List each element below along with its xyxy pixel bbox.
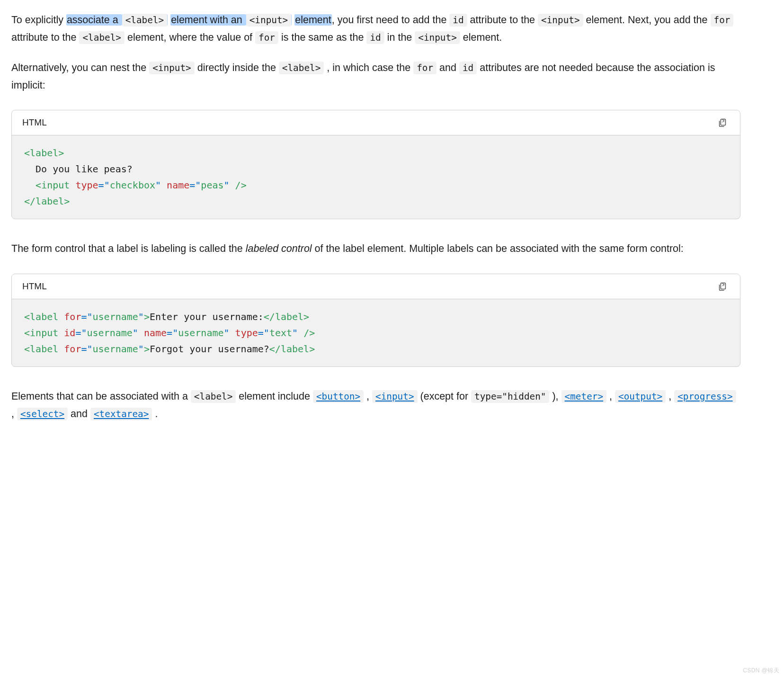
code-type-hidden: type="hidden"	[471, 390, 549, 403]
text: ,	[606, 391, 615, 402]
tok: "	[104, 179, 110, 191]
copy-button[interactable]	[715, 279, 730, 294]
tok: =	[258, 327, 264, 339]
code-language-label: HTML	[22, 115, 47, 130]
text: , you first need to add the	[332, 14, 450, 26]
code-body: <label> Do you like peas? <input type="c…	[12, 135, 740, 219]
tok: =	[189, 179, 195, 191]
text: ,	[666, 391, 674, 402]
code-example-1: HTML <label> Do you like peas? <input ty…	[11, 110, 740, 219]
code-id: id	[366, 31, 384, 44]
code-id: id	[459, 62, 477, 74]
tok: "	[138, 311, 144, 322]
text: ,	[364, 391, 372, 402]
tok: label	[275, 311, 303, 322]
code-label: <label>	[191, 390, 236, 403]
link-input-element[interactable]: <input>	[372, 391, 418, 402]
code-label: <label>	[279, 62, 324, 74]
highlighted-code: <label>	[122, 14, 168, 26]
tok: username	[87, 327, 133, 339]
code-header: HTML	[12, 274, 740, 299]
code-textarea: <textarea>	[90, 408, 152, 420]
link-progress-element[interactable]: <progress>	[674, 391, 736, 402]
code-language-label: HTML	[22, 279, 47, 294]
text: (except for	[418, 391, 472, 402]
text: of the label element. Multiple labels ca…	[312, 243, 684, 254]
paragraph-4: Elements that can be associated with a <…	[11, 388, 740, 422]
tok	[230, 327, 235, 339]
tok: "	[155, 179, 161, 191]
tok: label	[30, 311, 58, 322]
tok: />	[298, 327, 315, 339]
paragraph-3: The form control that a label is labelin…	[11, 240, 740, 258]
link-meter-element[interactable]: <meter>	[561, 391, 607, 402]
highlighted-code: <input>	[246, 14, 292, 26]
tok: </	[269, 343, 281, 355]
tok: <	[36, 179, 41, 191]
tok: input	[30, 327, 58, 339]
tok: for	[64, 343, 81, 355]
tok: Do you like peas?	[24, 163, 133, 175]
code-input: <input>	[246, 14, 292, 27]
code-body: <label for="username">Enter your usernam…	[12, 299, 740, 366]
tok: "	[172, 327, 178, 339]
clipboard-icon	[717, 281, 728, 292]
text: The form control that a label is labelin…	[11, 243, 246, 254]
copy-button[interactable]	[715, 116, 730, 130]
code-header: HTML	[12, 110, 740, 135]
tok: </	[24, 196, 36, 207]
text: is the same as the	[278, 32, 366, 43]
tok: peas	[201, 179, 223, 191]
tok: "	[87, 343, 92, 355]
tok: input	[41, 179, 70, 191]
tok	[24, 179, 36, 191]
text: element include	[236, 391, 313, 402]
code-example-2: HTML <label for="username">Enter your us…	[11, 274, 740, 367]
tok: checkbox	[110, 179, 155, 191]
tok: >	[303, 311, 309, 322]
link-textarea-element[interactable]: <textarea>	[90, 408, 152, 419]
text: element.	[460, 32, 502, 43]
highlighted-text: associate a	[66, 14, 122, 26]
tok: "	[195, 179, 201, 191]
paragraph-2: Alternatively, you can nest the <input> …	[11, 59, 740, 94]
code-for: for	[711, 14, 734, 27]
text: Alternatively, you can nest the	[11, 62, 149, 73]
clipboard-icon	[717, 117, 728, 128]
tok: =	[167, 327, 172, 339]
tok: =	[81, 343, 87, 355]
tok: >	[64, 196, 70, 207]
text: Elements that can be associated with a	[11, 391, 191, 402]
text: in the	[384, 32, 415, 43]
text: ),	[549, 391, 561, 402]
tok	[58, 343, 64, 355]
tok: "	[133, 327, 138, 339]
code-for: for	[413, 62, 437, 74]
article-body: To explicitly associate a <label> elemen…	[11, 11, 740, 422]
code-for: for	[255, 31, 278, 44]
tok: <	[24, 327, 30, 339]
code-id: id	[449, 14, 467, 27]
tok	[161, 179, 167, 191]
text: element. Next, you add the	[583, 14, 711, 26]
tok: username	[178, 327, 223, 339]
term-labeled-control: labeled control	[246, 243, 312, 254]
highlighted-text: element with an	[170, 14, 246, 26]
text: .	[152, 408, 158, 419]
code-meter: <meter>	[561, 390, 607, 403]
tok: username	[93, 343, 138, 355]
link-select-element[interactable]: <select>	[17, 408, 68, 419]
text: attribute to the	[11, 32, 79, 43]
link-button-element[interactable]: <button>	[313, 391, 364, 402]
tok: name	[167, 179, 189, 191]
tok: "	[264, 327, 269, 339]
tok	[138, 327, 144, 339]
tok: <	[24, 311, 30, 322]
tok: id	[64, 327, 75, 339]
code-input: <input>	[538, 14, 583, 27]
tok: >	[309, 343, 315, 355]
tok: <	[24, 147, 30, 159]
text: directly inside the	[195, 62, 279, 73]
link-output-element[interactable]: <output>	[615, 391, 666, 402]
tok: =	[98, 179, 104, 191]
